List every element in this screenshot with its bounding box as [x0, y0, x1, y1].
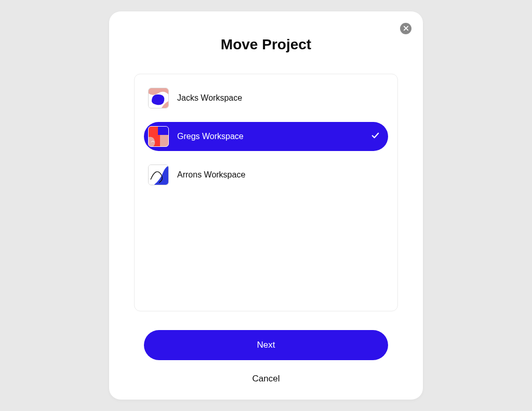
workspace-thumb-icon	[148, 88, 169, 108]
close-button[interactable]	[400, 23, 411, 34]
move-project-dialog: Move Project Jacks Workspace	[109, 11, 423, 400]
cancel-button[interactable]: Cancel	[252, 374, 280, 384]
workspace-item-label: Gregs Workspace	[177, 132, 244, 141]
workspace-thumb-icon	[148, 126, 169, 147]
close-icon	[403, 24, 409, 33]
workspace-item-label: Arrons Workspace	[177, 170, 245, 180]
dialog-title: Move Project	[125, 36, 407, 53]
workspace-item-label: Jacks Workspace	[177, 93, 242, 103]
workspace-item-jacks[interactable]: Jacks Workspace	[144, 84, 388, 113]
next-button[interactable]: Next	[144, 330, 388, 360]
check-icon	[371, 131, 380, 142]
workspace-list: Jacks Workspace Gregs Workspace	[134, 74, 398, 311]
dialog-actions: Next Cancel	[134, 330, 398, 384]
workspace-item-arrons[interactable]: Arrons Workspace	[144, 160, 388, 189]
workspace-thumb-icon	[148, 165, 169, 185]
workspace-item-gregs[interactable]: Gregs Workspace	[144, 122, 388, 151]
